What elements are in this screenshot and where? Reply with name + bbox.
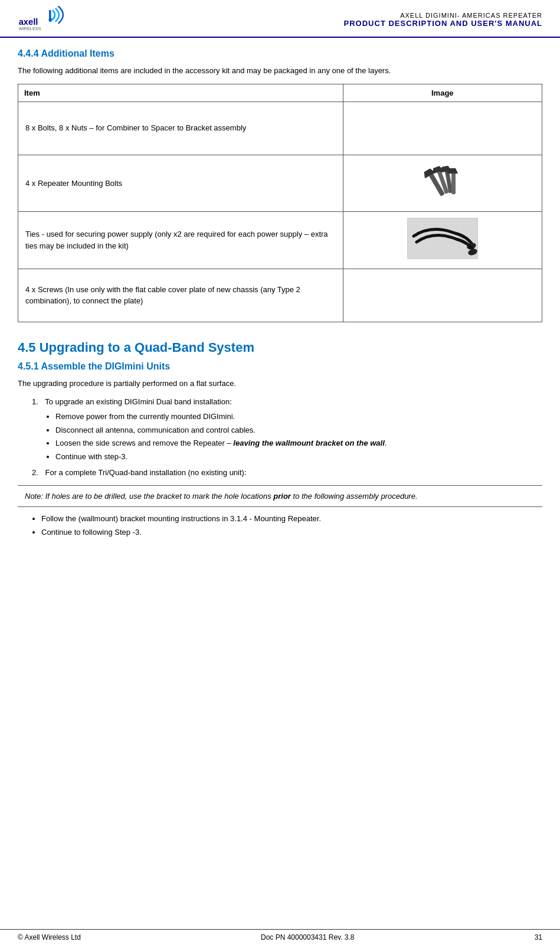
bold-italic-text: leaving the wallmount bracket on the wal… — [233, 439, 384, 447]
table-row: 4 x Repeater Mounting Bolts — [18, 155, 542, 212]
table-cell-item4: 4 x Screws (In use only with the flat ca… — [18, 269, 343, 322]
ties-svg — [408, 218, 478, 259]
ties-image — [407, 218, 478, 259]
svg-text:WIRELESS: WIRELESS — [19, 26, 41, 31]
note-box: Note: If holes are to be drilled, use th… — [18, 485, 542, 508]
table-cell-item2: 4 x Repeater Mounting Bolts — [18, 155, 343, 212]
section-45: 4.5 Upgrading to a Quad-Band System 4.5.… — [18, 340, 542, 539]
items-table: Item Image 8 x Bolts, 8 x Nuts – for Com… — [18, 84, 542, 322]
bolts-icon — [416, 161, 469, 202]
table-cell-item3: Ties - used for securing power supply (o… — [18, 212, 343, 269]
axell-logo: axell WIRELESS — [18, 5, 71, 34]
svg-text:axell: axell — [19, 17, 38, 27]
page-header: axell WIRELESS AXELL DIGIMINI- AMERICAS … — [0, 0, 560, 38]
list-text-2: For a complete Tri/Quad-band installatio… — [45, 468, 246, 477]
bullet-list-1: Remove power from the currently mounted … — [55, 411, 542, 463]
header-title-top: AXELL DIGIMINI- AMERICAS REPEATER — [344, 12, 542, 19]
footer-page: 31 — [535, 933, 542, 941]
table-header-item: Item — [18, 84, 343, 102]
main-list: 1. To upgrade an existing DIGImini Dual … — [32, 396, 542, 479]
section-444: 4.4.4 Additional Items The following add… — [18, 48, 542, 322]
svg-rect-3 — [49, 10, 51, 22]
note-text: Note: If holes are to be drilled, use th… — [25, 492, 418, 501]
list-label-2: 2. — [32, 468, 38, 477]
section-444-heading: 4.4.4 Additional Items — [18, 48, 542, 59]
footer-copyright: © Axell Wireless Ltd — [18, 933, 81, 941]
section-451: 4.5.1 Assemble the DIGImini Units The up… — [18, 361, 542, 539]
bullet-list-2: Follow the (wallmount) bracket mounting … — [41, 513, 542, 539]
section-451-intro: The upgrading procedure is partially per… — [18, 378, 542, 390]
bullet-item: Continue with step-3. — [55, 451, 542, 463]
list-item-2: 2. For a complete Tri/Quad-band installa… — [32, 467, 542, 479]
logo-area: axell WIRELESS — [18, 5, 71, 34]
section-45-heading: 4.5 Upgrading to a Quad-Band System — [18, 340, 542, 355]
bullet-item: Loosen the side screws and remove the Re… — [55, 437, 542, 450]
table-row: Ties - used for securing power supply (o… — [18, 212, 542, 269]
bullet-item: Disconnect all antenna, communication an… — [55, 424, 542, 437]
footer-doc: Doc PN 4000003431 Rev. 3.8 — [261, 933, 355, 941]
page: axell WIRELESS AXELL DIGIMINI- AMERICAS … — [0, 0, 560, 945]
page-content: 4.4.4 Additional Items The following add… — [0, 38, 560, 929]
table-row: 4 x Screws (In use only with the flat ca… — [18, 269, 542, 322]
table-row: 8 x Bolts, 8 x Nuts – for Combiner to Sp… — [18, 102, 542, 155]
section-444-intro: The following additional items are inclu… — [18, 65, 542, 77]
section-451-heading: 4.5.1 Assemble the DIGImini Units — [18, 361, 542, 372]
header-text: AXELL DIGIMINI- AMERICAS REPEATER PRODUC… — [344, 12, 542, 28]
list-label-1: 1. — [32, 397, 38, 406]
bullet-item: Continue to following Step -3. — [41, 527, 542, 539]
table-cell-image4 — [343, 269, 542, 322]
list-item-1: 1. To upgrade an existing DIGImini Dual … — [32, 396, 542, 463]
header-title-bottom: PRODUCT DESCRIPTION AND USER'S MANUAL — [344, 19, 542, 28]
table-cell-image2 — [343, 155, 542, 212]
page-footer: © Axell Wireless Ltd Doc PN 4000003431 R… — [0, 929, 560, 945]
table-cell-image3 — [343, 212, 542, 269]
table-cell-item1: 8 x Bolts, 8 x Nuts – for Combiner to Sp… — [18, 102, 343, 155]
note-prior: prior — [273, 492, 291, 501]
table-header-image: Image — [343, 84, 542, 102]
bullet-item: Follow the (wallmount) bracket mounting … — [41, 513, 542, 525]
bullet-item: Remove power from the currently mounted … — [55, 411, 542, 423]
list-text-1: To upgrade an existing DIGImini Dual ban… — [45, 397, 232, 406]
table-cell-image1 — [343, 102, 542, 155]
